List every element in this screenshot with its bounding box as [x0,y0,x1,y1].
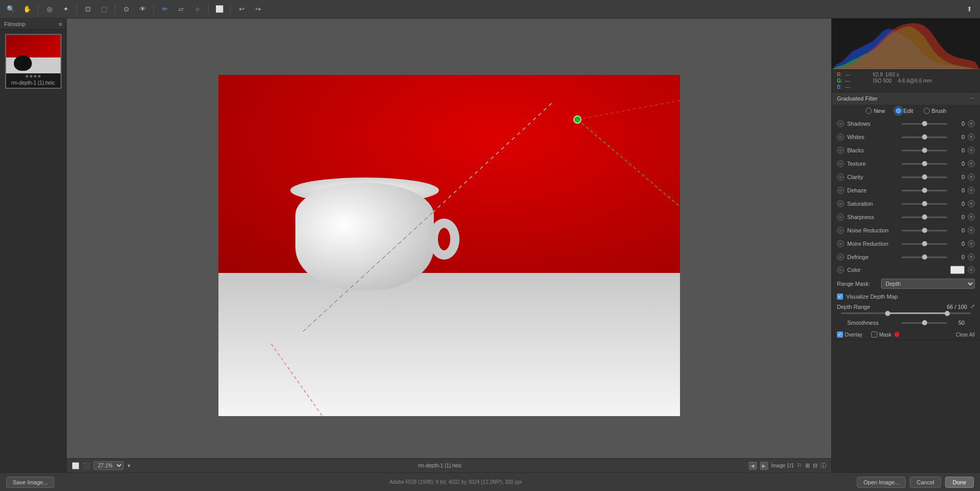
open-image-button[interactable]: Open Image... [857,477,906,488]
dehaze-thumb[interactable] [922,188,927,193]
grid-view-icon[interactable]: ⊞ [805,462,810,469]
undo-tool[interactable]: ↩ [235,3,248,16]
noise-reduction-thumb[interactable] [922,228,927,233]
view-toggle-1[interactable]: ⬜ [72,462,79,469]
clear-all-button[interactable]: Clear All [956,332,975,338]
dehaze-plus[interactable]: + [968,187,975,194]
sharpness-thumb[interactable] [922,214,927,220]
clarity-minus[interactable]: − [837,173,844,181]
transform-tool[interactable]: ⬚ [97,3,111,16]
save-image-button[interactable]: Save Image... [6,477,54,488]
clarity-plus[interactable]: + [968,173,975,181]
blacks-thumb[interactable] [922,148,927,153]
filmstrip-menu-icon[interactable]: ≡ [59,21,62,27]
defringe-thumb[interactable] [922,254,927,260]
noise-reduction-track[interactable] [902,230,947,231]
defringe-minus[interactable]: − [837,253,844,261]
color-plus[interactable]: + [968,266,975,273]
mode-new[interactable]: New [866,108,885,114]
blacks-track[interactable] [902,150,947,151]
texture-minus[interactable]: − [837,160,844,167]
saturation-track[interactable] [902,203,947,205]
texture-plus[interactable]: + [968,160,975,167]
clarity-value: 0 [950,174,965,180]
depth-range-thumb-low[interactable] [885,311,890,316]
mask-tool[interactable]: ⬜ [213,3,226,16]
whites-minus[interactable]: − [837,133,844,141]
info-icon[interactable]: ⓘ [821,462,826,469]
nav-next[interactable]: ▶ [760,462,768,470]
redo-tool[interactable]: ↪ [251,3,265,16]
blacks-plus[interactable]: + [968,147,975,154]
view-toggle-2[interactable]: ⬛ [83,462,90,469]
color-minus[interactable]: − [837,266,844,273]
canvas-area[interactable]: ⬜ ⬛ 27.1% ▼ rm-depth-1 (1).heic ◀ ▶ Imag… [67,18,831,473]
mask-check[interactable]: Mask [871,331,899,338]
white-balance-tool[interactable]: ◎ [43,3,56,16]
color-swatch[interactable] [950,266,965,274]
depth-range-slider[interactable] [841,312,971,314]
visualize-checkbox[interactable]: ✓ [837,293,843,300]
noise-reduction-minus[interactable]: − [837,227,844,234]
radial-gradient-tool[interactable]: ○ [191,3,204,16]
sharpness-minus[interactable]: − [837,213,844,221]
depth-range-icon[interactable]: ⤢ [970,303,975,310]
crop-tool[interactable]: ⊡ [81,3,94,16]
flag-icon[interactable]: ⚐ [797,462,802,469]
export-icon[interactable]: ⬆ [963,3,976,16]
done-button[interactable]: Done [945,477,974,488]
moire-reduction-thumb[interactable] [922,241,927,246]
smoothness-thumb[interactable] [922,320,927,325]
zoom-select[interactable]: 27.1% [93,461,124,470]
linear-gradient-tool[interactable]: ▱ [174,3,188,16]
shadows-plus[interactable]: + [968,120,975,127]
depth-range-thumb-high[interactable] [945,311,950,316]
dehaze-minus[interactable]: − [837,187,844,194]
clarity-track[interactable] [902,176,947,178]
whites-track[interactable] [902,136,947,138]
moire-reduction-plus[interactable]: + [968,240,975,247]
noise-reduction-plus[interactable]: + [968,227,975,234]
brush-tool[interactable]: ✏ [158,3,171,16]
saturation-plus[interactable]: + [968,200,975,207]
moire-reduction-minus[interactable]: − [837,240,844,247]
filmstrip-thumbnail[interactable]: rm-depth-1 (1).heic [5,34,62,89]
mode-edit[interactable]: Edit [895,108,913,114]
texture-track[interactable] [902,163,947,165]
defringe-label: Defringe [847,254,898,260]
cancel-button[interactable]: Cancel [910,477,941,488]
saturation-minus[interactable]: − [837,200,844,207]
whites-plus[interactable]: + [968,133,975,141]
mask-checkbox[interactable] [871,331,877,338]
moire-reduction-track[interactable] [902,243,947,245]
blacks-minus[interactable]: − [837,147,844,154]
mode-brush[interactable]: Brush [924,108,947,114]
radio-brush [924,108,930,114]
spot-removal-tool[interactable]: ⊙ [119,3,133,16]
texture-thumb[interactable] [922,161,927,166]
color-sampler-tool[interactable]: ✦ [59,3,72,16]
hand-tool[interactable]: ✋ [21,3,34,16]
whites-thumb[interactable] [922,134,927,140]
zoom-dropdown-icon[interactable]: ▼ [127,463,131,468]
shadows-thumb[interactable] [922,121,927,126]
zoom-tool[interactable]: 🔍 [4,3,17,16]
red-eye-tool[interactable]: 👁 [136,3,149,16]
dehaze-track[interactable] [902,190,947,191]
defringe-track[interactable] [902,257,947,258]
panel-expand-icon[interactable]: ⋯ [969,95,975,102]
dot-3 [34,75,36,77]
sharpness-plus[interactable]: + [968,213,975,221]
range-mask-select[interactable]: Depth [881,279,975,289]
shadows-track[interactable] [902,123,947,125]
detail-view-icon[interactable]: ⊟ [813,462,817,469]
smoothness-track[interactable] [902,322,947,324]
shadows-minus[interactable]: − [837,120,844,127]
overlay-checkbox[interactable]: ✓ [837,331,843,338]
clarity-thumb[interactable] [922,174,927,180]
defringe-plus[interactable]: + [968,253,975,261]
overlay-check[interactable]: ✓ Overlay [837,331,862,338]
nav-prev[interactable]: ◀ [749,462,757,470]
sharpness-track[interactable] [902,217,947,218]
saturation-thumb[interactable] [922,201,927,206]
